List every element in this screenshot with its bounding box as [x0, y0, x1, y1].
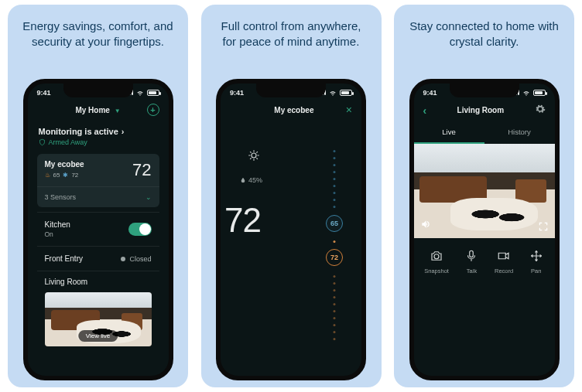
battery-icon [147, 90, 159, 96]
home-topbar: My Home ▼ + [33, 99, 164, 122]
status-time: 9:41 [230, 89, 244, 97]
wifi-icon [136, 89, 144, 97]
add-button[interactable]: + [147, 104, 159, 116]
svg-point-0 [252, 153, 256, 158]
device-label: My ecobee [242, 106, 346, 114]
promo-panel-1: Energy savings, comfort, and security at… [8, 5, 188, 387]
temp-slider[interactable]: 65 72 [327, 135, 342, 343]
current-temp: 72 [132, 160, 151, 180]
talk-button[interactable]: Talk [464, 249, 479, 274]
front-entry-name: Front Entry [45, 254, 83, 263]
kitchen-row[interactable]: Kitchen On [37, 212, 159, 246]
cool-setpoint-bubble[interactable]: 65 [326, 215, 343, 232]
big-temperature: 72 [224, 201, 261, 240]
chevron-down-icon: ⌄ [146, 193, 152, 201]
promo-panel-2: Full control from anywhere, for peace of… [201, 5, 382, 387]
camera-row[interactable]: Living Room View live [37, 271, 159, 346]
tab-live[interactable]: Live [414, 121, 484, 144]
expand-icon[interactable] [538, 221, 549, 232]
volume-icon[interactable] [420, 219, 431, 232]
phone-mockup-2: 9:41 My ecobee × [216, 79, 366, 380]
front-entry-row[interactable]: Front Entry Closed [37, 246, 159, 271]
cool-setpoint: 72 [71, 172, 78, 179]
settings-button[interactable] [535, 104, 546, 117]
room-label: Living Room [426, 106, 534, 114]
promo-panel-3: Stay connected to home with crystal clar… [394, 5, 574, 387]
monitoring-banner[interactable]: Monitoring is active › Armed Away [33, 122, 164, 154]
battery-icon [340, 90, 352, 96]
kitchen-name: Kitchen [45, 220, 70, 229]
panel-3-title: Stay connected to home with crystal clar… [394, 5, 574, 79]
phone-mockup-1: 9:41 My Home ▼ + M [23, 79, 173, 380]
status-time: 9:41 [37, 89, 51, 97]
sensors-expand[interactable]: 3 Sensors ⌄ [37, 186, 159, 207]
thermostat-view: 45% 72 65 72 [225, 127, 357, 351]
tab-history[interactable]: History [484, 121, 555, 144]
mode-icon[interactable] [246, 148, 262, 165]
camera-thumbnail[interactable]: View live [45, 292, 152, 346]
drop-icon [240, 176, 246, 184]
thermostat-card[interactable]: My ecobee ♨ 65 ✱ 72 72 3 Sensors ⌄ [37, 154, 159, 207]
flame-icon: ♨ [45, 172, 50, 179]
pan-icon [529, 249, 544, 263]
camera-icon [429, 249, 444, 263]
camera-controls: Snapshot Talk Record [414, 238, 555, 274]
front-entry-state: Closed [129, 255, 151, 263]
phone-mockup-3: 9:41 ‹ Living Room Live History [409, 79, 560, 380]
home-selector[interactable]: My Home ▼ [50, 106, 147, 114]
sensors-label: 3 Sensors [45, 193, 77, 201]
pan-button[interactable]: Pan [529, 249, 544, 274]
snowflake-icon: ✱ [63, 172, 68, 179]
phone-notch [63, 84, 133, 97]
chevron-down-icon: ▼ [115, 107, 121, 114]
record-button[interactable]: Record [495, 249, 513, 274]
live-feed[interactable] [414, 144, 555, 238]
thermostat-name: My ecobee [45, 160, 84, 169]
monitoring-status: Armed Away [49, 138, 87, 146]
camera-name: Living Room [37, 271, 159, 292]
status-time: 9:41 [423, 89, 437, 97]
status-dot-icon [121, 257, 125, 261]
thermostat-topbar: My ecobee × [225, 99, 357, 122]
shield-icon [39, 138, 46, 146]
kitchen-state: On [45, 230, 70, 238]
panel-2-title: Full control from anywhere, for peace of… [201, 5, 382, 79]
view-live-button[interactable]: View live [78, 330, 118, 342]
phone-notch [256, 84, 326, 97]
snapshot-button[interactable]: Snapshot [424, 249, 449, 274]
video-icon [496, 249, 512, 263]
heat-setpoint: 65 [53, 172, 60, 179]
humidity-readout: 45% [240, 176, 262, 184]
phone-notch [450, 84, 519, 97]
heat-setpoint-bubble[interactable]: 72 [326, 249, 343, 266]
wifi-icon [522, 89, 530, 97]
camera-tabs: Live History [414, 121, 555, 144]
panel-1-title: Energy savings, comfort, and security at… [8, 5, 188, 79]
mic-icon [464, 249, 479, 263]
chevron-right-icon: › [122, 127, 125, 136]
close-button[interactable]: × [346, 104, 352, 116]
wifi-icon [329, 89, 337, 97]
kitchen-toggle[interactable] [128, 223, 152, 236]
monitoring-title: Monitoring is active [39, 127, 118, 136]
battery-icon [533, 90, 546, 96]
camera-topbar: ‹ Living Room [414, 99, 555, 121]
